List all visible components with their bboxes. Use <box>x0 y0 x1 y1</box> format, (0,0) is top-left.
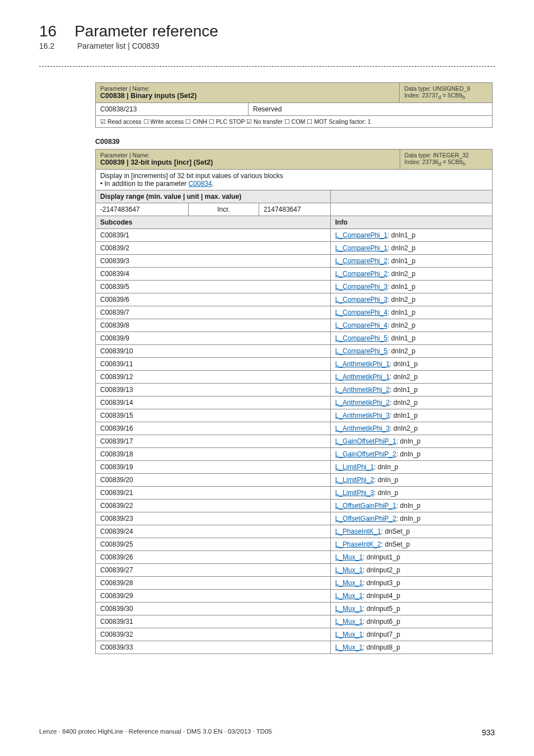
info-cell: L_OffsetGainPhiP_1: dnIn_p <box>330 500 492 512</box>
subcode-cell: C00839/28 <box>96 577 331 590</box>
fb-link[interactable]: L_Mux_1 <box>335 631 363 638</box>
table-row: C00839/19L_LimitPhi_1: dnIn_p <box>96 461 493 474</box>
fb-link[interactable]: L_ComparePhi_5 <box>335 334 387 342</box>
fb-link[interactable]: L_ArithmetikPhi_1 <box>335 373 390 381</box>
fb-suffix: : dnIn1_p <box>387 257 415 265</box>
fb-link[interactable]: L_ArithmetikPhi_2 <box>335 386 390 394</box>
info-cell: L_LimitPhi_2: dnIn_p <box>330 474 492 487</box>
fb-suffix: : dnIn_p <box>374 476 398 484</box>
fb-link[interactable]: L_PhaseIntK_1 <box>335 528 381 535</box>
table-row: C00839/24L_PhaseIntK_1: dnSet_p <box>96 525 493 538</box>
subcode-cell: C00839/7 <box>96 306 331 319</box>
subchapter-title: Parameter list | C00839 <box>77 41 160 50</box>
info-cell: L_ComparePhi_5: dnIn1_p <box>330 332 492 345</box>
info-cell: L_ComparePhi_4: dnIn1_p <box>330 306 492 319</box>
fb-link[interactable]: L_PhaseIntK_2 <box>335 540 381 548</box>
table-row: C00839/9L_ComparePhi_5: dnIn1_p <box>96 332 493 345</box>
range-unit: Incr. <box>189 203 259 216</box>
range-max: 2147483647 <box>259 203 330 216</box>
subcode-cell: C00839/24 <box>96 525 331 538</box>
subcodes-header: Subcodes <box>96 216 331 229</box>
fb-link[interactable]: L_ComparePhi_1 <box>335 231 387 239</box>
info-cell: L_ComparePhi_3: dnIn2_p <box>330 293 492 306</box>
fb-link[interactable]: L_ComparePhi_3 <box>335 296 387 304</box>
fb-link[interactable]: L_Mux_1 <box>335 553 363 561</box>
subcode-value: Reserved <box>249 103 493 116</box>
fb-link[interactable]: L_Mux_1 <box>335 566 363 574</box>
desc-link-c00834[interactable]: C00834 <box>189 180 212 188</box>
fb-suffix: : dnInput8_p <box>363 643 400 651</box>
fb-suffix: : dnIn_p <box>396 450 420 458</box>
chapter-number: 16 <box>39 22 57 40</box>
table-row: C00839/33L_Mux_1: dnInput8_p <box>96 641 493 654</box>
subcode-cell: C00839/14 <box>96 396 331 409</box>
fb-link[interactable]: L_OffsetGainPhiP_1 <box>335 502 396 510</box>
fb-link[interactable]: L_ComparePhi_4 <box>335 321 387 329</box>
table-row: C00839/28L_Mux_1: dnInput3_p <box>96 577 493 590</box>
fb-link[interactable]: L_ArithmetikPhi_2 <box>335 399 390 407</box>
fb-link[interactable]: L_ArithmetikPhi_3 <box>335 412 390 419</box>
fb-suffix: : dnIn1_p <box>390 386 418 394</box>
fb-link[interactable]: L_ComparePhi_3 <box>335 283 387 291</box>
fb-link[interactable]: L_LimitPhi_2 <box>335 476 374 484</box>
fb-suffix: : dnIn2_p <box>390 424 418 432</box>
table-row: C00839/29L_Mux_1: dnInput4_p <box>96 590 493 603</box>
table-row: C00839/12L_ArithmetikPhi_1: dnIn2_p <box>96 371 493 384</box>
table-row: C00839/8L_ComparePhi_4: dnIn2_p <box>96 319 493 332</box>
fb-suffix: : dnInput2_p <box>363 566 400 574</box>
desc-line2-post: . <box>212 180 214 188</box>
info-cell: L_ArithmetikPhi_3: dnIn1_p <box>330 409 492 422</box>
fb-suffix: : dnIn2_p <box>387 296 415 304</box>
table-row: C00839/6L_ComparePhi_3: dnIn2_p <box>96 293 493 306</box>
fb-suffix: : dnIn2_p <box>390 373 418 381</box>
subcode-cell: C00839/29 <box>96 590 331 603</box>
section-heading-c00839: C00839 <box>95 138 495 146</box>
fb-link[interactable]: L_Mux_1 <box>335 643 363 651</box>
access-flags: ☑ Read access ☐ Write access ☐ CINH ☐ PL… <box>96 116 493 128</box>
fb-link[interactable]: L_ComparePhi_1 <box>335 244 387 252</box>
subcode-cell: C00839/11 <box>96 358 331 371</box>
subcode-cell: C00838/213 <box>96 103 249 116</box>
subchapter-number: 16.2 <box>39 41 59 50</box>
param-name-label: Parameter | Name: <box>100 152 395 158</box>
fb-link[interactable]: L_ArithmetikPhi_3 <box>335 424 390 432</box>
subcode-cell: C00839/22 <box>96 500 331 512</box>
table-row: C00839/25L_PhaseIntK_2: dnSet_p <box>96 538 493 551</box>
fb-suffix: : dnInput3_p <box>363 579 400 587</box>
fb-suffix: : dnIn1_p <box>387 231 415 239</box>
fb-link[interactable]: L_ArithmetikPhi_1 <box>335 360 390 368</box>
info-cell: L_Mux_1: dnInput8_p <box>330 641 492 654</box>
fb-link[interactable]: L_Mux_1 <box>335 579 363 587</box>
fb-suffix: : dnIn_p <box>374 463 398 471</box>
fb-link[interactable]: L_Mux_1 <box>335 605 363 613</box>
table-row: C00839/17L_GainOffsetPhiP_1: dnIn_p <box>96 435 493 448</box>
info-cell: L_ArithmetikPhi_1: dnIn1_p <box>330 358 492 371</box>
fb-link[interactable]: L_ComparePhi_2 <box>335 257 387 265</box>
fb-suffix: : dnInput7_p <box>363 631 400 638</box>
table-row: C00839/5L_ComparePhi_3: dnIn1_p <box>96 281 493 293</box>
table-row: C00839/11L_ArithmetikPhi_1: dnIn1_p <box>96 358 493 371</box>
fb-link[interactable]: L_LimitPhi_1 <box>335 463 374 471</box>
fb-link[interactable]: L_Mux_1 <box>335 618 363 626</box>
fb-link[interactable]: L_GainOffsetPhiP_1 <box>335 437 396 445</box>
fb-link[interactable]: L_Mux_1 <box>335 592 363 600</box>
fb-link[interactable]: L_GainOffsetPhiP_2 <box>335 450 396 458</box>
info-cell: L_OffsetGainPhiP_2: dnIn_p <box>330 512 492 525</box>
fb-suffix: : dnIn1_p <box>390 360 418 368</box>
fb-link[interactable]: L_OffsetGainPhiP_2 <box>335 515 396 522</box>
fb-link[interactable]: L_ComparePhi_5 <box>335 347 387 355</box>
table-row: C00839/2L_ComparePhi_1: dnIn2_p <box>96 242 493 255</box>
fb-link[interactable]: L_ComparePhi_2 <box>335 270 387 278</box>
fb-suffix: : dnIn2_p <box>390 399 418 407</box>
fb-suffix: : dnInput4_p <box>363 592 400 600</box>
info-cell: L_ComparePhi_5: dnIn2_p <box>330 345 492 358</box>
param-index: Index: 23737d = 5CB9h <box>404 92 465 99</box>
info-cell: L_LimitPhi_1: dnIn_p <box>330 461 492 474</box>
fb-link[interactable]: L_LimitPhi_3 <box>335 489 374 497</box>
table-row: C00839/1L_ComparePhi_1: dnIn1_p <box>96 229 493 242</box>
table-row: C00839/32L_Mux_1: dnInput7_p <box>96 628 493 641</box>
fb-link[interactable]: L_ComparePhi_4 <box>335 309 387 316</box>
info-cell: L_ComparePhi_1: dnIn2_p <box>330 242 492 255</box>
fb-suffix: : dnIn2_p <box>387 244 415 252</box>
fb-suffix: : dnIn2_p <box>387 321 415 329</box>
